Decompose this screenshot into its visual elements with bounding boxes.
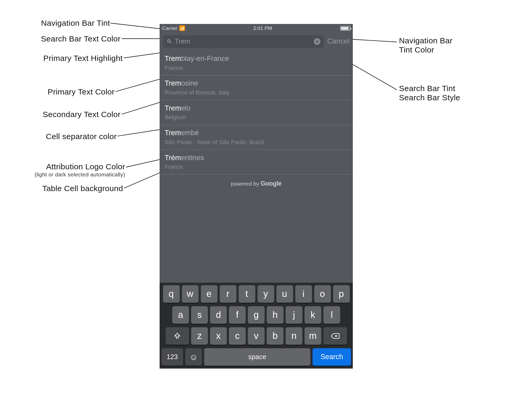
shift-key[interactable] <box>165 327 189 345</box>
phone-mock: Carrier 📶 2:01 PM 🔍︎ ✕ Cancel Tremblay-e… <box>160 24 353 368</box>
key-t[interactable]: t <box>238 285 255 303</box>
list-item[interactable]: Tremembé São Paulo - State of São Paulo,… <box>160 125 353 150</box>
key-e[interactable]: e <box>201 285 217 303</box>
key-v[interactable]: v <box>248 327 265 345</box>
clear-icon[interactable]: ✕ <box>314 38 321 45</box>
carrier-label: Carrier 📶 <box>162 25 185 31</box>
status-bar: Carrier 📶 2:01 PM <box>160 24 353 32</box>
svg-line-5 <box>118 129 164 136</box>
results-table: Tremblay-en-France France Tremosine Prov… <box>160 51 353 280</box>
key-p[interactable]: p <box>333 285 350 303</box>
key-m[interactable]: m <box>304 327 321 345</box>
key-b[interactable]: b <box>267 327 284 345</box>
label-cell-separator-color: Cell separator color <box>25 132 117 141</box>
space-key[interactable]: space <box>204 348 311 366</box>
list-item[interactable]: Tremblay-en-France France <box>160 51 353 75</box>
key-u[interactable]: u <box>276 285 293 303</box>
label-search-bar-text-color: Search Bar Text Color <box>13 34 120 44</box>
list-item[interactable]: Tremelo Belgium <box>160 100 353 125</box>
label-attribution-logo-color: Attribution Logo Color (light or dark se… <box>17 162 125 178</box>
keyboard: qwertyuiop asdfghjkl zxcvbnm 123 ☺ space… <box>160 283 353 368</box>
key-d[interactable]: d <box>210 306 227 324</box>
cancel-button[interactable]: Cancel <box>327 37 350 46</box>
key-g[interactable]: g <box>248 306 265 324</box>
key-q[interactable]: q <box>163 285 180 303</box>
label-search-bar-tint-style: Search Bar Tint Search Bar Style <box>399 84 460 102</box>
search-bar[interactable]: 🔍︎ ✕ <box>163 35 324 48</box>
key-f[interactable]: f <box>229 306 246 324</box>
key-x[interactable]: x <box>210 327 227 345</box>
navigation-bar: 🔍︎ ✕ Cancel <box>160 32 353 51</box>
key-w[interactable]: w <box>182 285 198 303</box>
key-i[interactable]: i <box>295 285 312 303</box>
attribution-label: powered by Google <box>160 175 353 187</box>
key-z[interactable]: z <box>191 327 208 345</box>
list-item[interactable]: Trémentines France <box>160 150 353 175</box>
label-secondary-text-color: Secondary Text Color <box>18 110 120 119</box>
label-nav-bar-tint-color: Navigation BarTint Color <box>399 36 453 55</box>
label-nav-bar-tint: Navigation Bar Tint <box>22 18 110 28</box>
key-r[interactable]: r <box>219 285 236 303</box>
svg-line-0 <box>111 23 166 29</box>
key-n[interactable]: n <box>286 327 302 345</box>
numbers-key[interactable]: 123 <box>161 348 183 366</box>
search-icon: 🔍︎ <box>166 38 172 45</box>
label-table-cell-background: Table Cell background <box>20 184 123 193</box>
backspace-key[interactable] <box>323 327 347 345</box>
key-k[interactable]: k <box>304 306 321 324</box>
key-j[interactable]: j <box>286 306 302 324</box>
wifi-icon: 📶 <box>179 25 185 31</box>
key-o[interactable]: o <box>314 285 331 303</box>
key-c[interactable]: c <box>229 327 246 345</box>
search-input[interactable] <box>175 38 311 45</box>
search-key[interactable]: Search <box>312 348 351 366</box>
key-l[interactable]: l <box>323 306 340 324</box>
label-primary-text-color: Primary Text Color <box>29 87 115 97</box>
clock-label: 2:01 PM <box>253 25 272 31</box>
key-a[interactable]: a <box>172 306 189 324</box>
emoji-key[interactable]: ☺ <box>185 348 202 366</box>
label-primary-text-highlight: Primary Text Highlight <box>17 54 123 63</box>
key-h[interactable]: h <box>267 306 284 324</box>
key-y[interactable]: y <box>257 285 274 303</box>
list-item[interactable]: Tremosine Province of Brescia, Italy <box>160 75 353 100</box>
key-s[interactable]: s <box>191 306 208 324</box>
battery-icon <box>340 26 350 30</box>
